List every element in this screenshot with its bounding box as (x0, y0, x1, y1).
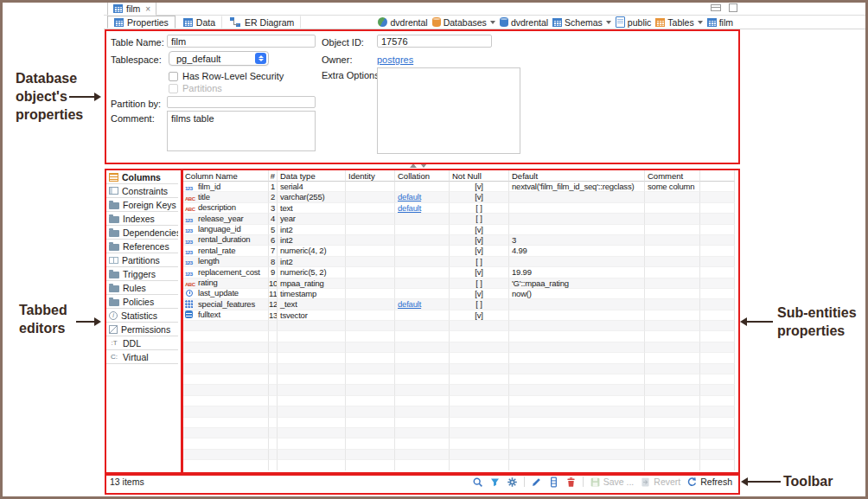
sidebar-item-permissions[interactable]: Permissions (106, 323, 178, 336)
cell-comment[interactable] (645, 214, 700, 224)
tab-properties[interactable]: Properties (107, 16, 176, 29)
cell-column-name[interactable]: special_features (182, 299, 269, 310)
cell-default[interactable]: now() (509, 289, 645, 299)
cell-default[interactable] (509, 214, 645, 224)
table-row-rental-duration[interactable]: rental_duration6int2[v]3 (182, 235, 735, 246)
cell-default[interactable]: 4.99 (509, 246, 645, 256)
cell-data-type[interactable]: numeric(5, 2) (278, 267, 346, 278)
cell-column-name[interactable]: replacement_cost (182, 267, 269, 278)
cell-not-null[interactable]: [ ] (450, 278, 509, 289)
toolbar-save-button[interactable]: Save ... (590, 477, 635, 488)
breadcrumb-public[interactable]: public (616, 16, 651, 28)
cell-collation[interactable] (395, 225, 450, 235)
cell-default[interactable]: 3 (509, 235, 645, 246)
cell-comment[interactable] (645, 267, 700, 278)
cell-data-type[interactable]: numeric(4, 2) (278, 246, 346, 256)
cell-not-null[interactable]: [ ] (450, 203, 509, 214)
cell-not-null[interactable]: [ ] (450, 299, 509, 310)
breadcrumb-tables[interactable]: Tables (655, 17, 702, 28)
cell-comment[interactable] (645, 203, 700, 214)
cell-collation[interactable] (395, 257, 450, 267)
cell-data-type[interactable]: _text (278, 299, 346, 310)
cell-data-type[interactable]: serial4 (278, 182, 346, 192)
cell-not-null[interactable]: [v] (450, 310, 509, 321)
cell-default[interactable] (509, 257, 645, 267)
toolbar-trash-button[interactable] (565, 477, 577, 488)
table-row-description[interactable]: description3textdefault[ ] (182, 203, 735, 214)
cell-identity[interactable] (346, 225, 395, 235)
header-empty[interactable] (700, 170, 735, 182)
sidebar-item-dependencies[interactable]: Dependencies (106, 226, 178, 240)
cell-identity[interactable] (346, 289, 395, 299)
breadcrumb-dvdrental[interactable]: dvdrental (500, 17, 548, 28)
cell-comment[interactable] (645, 310, 700, 321)
cell-identity[interactable] (346, 267, 395, 278)
chevron-down-icon[interactable] (490, 21, 495, 24)
cell-comment[interactable] (645, 278, 700, 289)
cell-data-type[interactable]: int2 (278, 225, 346, 235)
cell-not-null[interactable]: [ ] (450, 257, 509, 267)
cell-not-null[interactable]: [v] (450, 192, 509, 202)
cell-collation[interactable] (395, 278, 450, 289)
cell-collation[interactable] (395, 235, 450, 246)
toolbar-gear-button[interactable] (507, 477, 518, 488)
cell-data-type[interactable]: text (278, 203, 346, 214)
minimize-icon[interactable] (711, 4, 721, 11)
has-rls-checkbox[interactable] (169, 72, 178, 81)
cell-data-type[interactable]: int2 (278, 257, 346, 267)
cell-default[interactable]: nextval('film_film_id_seq'::regclass) (509, 182, 645, 192)
cell-collation[interactable] (395, 182, 450, 192)
cell-collation[interactable] (395, 246, 450, 256)
cell-comment[interactable] (645, 257, 700, 267)
cell-not-null[interactable]: [v] (450, 225, 509, 235)
editor-tab-film[interactable]: film × (107, 2, 156, 16)
sidebar-item-triggers[interactable]: Triggers (106, 267, 178, 281)
comment-textarea[interactable]: films table (167, 111, 316, 151)
cell-identity[interactable] (346, 203, 395, 214)
cell-collation[interactable]: default (395, 203, 450, 214)
cell-identity[interactable] (346, 310, 395, 321)
extra-options-box[interactable] (377, 67, 520, 154)
partition-by-input[interactable] (167, 96, 316, 108)
cell-collation[interactable]: default (395, 299, 450, 310)
header-comment[interactable]: Comment (645, 170, 700, 182)
maximize-icon[interactable] (729, 3, 737, 12)
cell-column-name[interactable]: language_id (182, 225, 269, 235)
sidebar-item-partitions[interactable]: Partitions (106, 253, 178, 267)
collation-link[interactable]: default (398, 192, 421, 202)
cell-comment[interactable] (645, 289, 700, 299)
toolbar-pencil-button[interactable] (531, 477, 542, 488)
cell-not-null[interactable]: [v] (450, 267, 509, 278)
sidebar-item-virtual[interactable]: C:Virtual (106, 350, 178, 364)
header-not-null[interactable]: Not Null (450, 170, 509, 182)
cell-default[interactable] (509, 192, 645, 202)
cell-column-name[interactable]: description (182, 203, 269, 214)
table-row-rental-rate[interactable]: rental_rate7numeric(4, 2)[v]4.99 (182, 246, 735, 256)
breadcrumb-schemas[interactable]: Schemas (552, 17, 611, 28)
chevron-down-icon[interactable] (698, 21, 703, 24)
cell-default[interactable] (509, 203, 645, 214)
cell-data-type[interactable]: mpaa_rating (278, 278, 346, 289)
sidebar-item-policies[interactable]: Policies (106, 295, 178, 309)
table-row-length[interactable]: length8int2[ ] (182, 257, 735, 267)
table-row-fulltext[interactable]: fulltext13tsvector[v] (182, 310, 735, 321)
cell-column-name[interactable]: film_id (182, 182, 269, 192)
cell-data-type[interactable]: varchar(255) (278, 192, 346, 202)
sidebar-item-ddl[interactable]: :TDDL (106, 336, 178, 350)
cell-data-type[interactable]: tsvector (278, 310, 346, 321)
cell-collation[interactable] (395, 267, 450, 278)
toolbar-search-button[interactable] (472, 477, 483, 488)
sidebar-item-constraints[interactable]: Constraints (106, 184, 178, 198)
cell-identity[interactable] (346, 246, 395, 256)
table-row-rating[interactable]: rating10mpaa_rating[ ]'G'::mpaa_rating (182, 278, 735, 289)
cell-comment[interactable] (645, 299, 700, 310)
header-collation[interactable]: Collation (395, 170, 450, 182)
header-identity[interactable]: Identity (346, 170, 395, 182)
cell-not-null[interactable]: [v] (450, 182, 509, 192)
cell-collation[interactable]: default (395, 192, 450, 202)
table-row-title[interactable]: title2varchar(255)default[v] (182, 192, 735, 202)
table-row-special-features[interactable]: special_features12_textdefault[ ] (182, 299, 735, 310)
cell-identity[interactable] (346, 182, 395, 192)
cell-comment[interactable] (645, 235, 700, 246)
collapse-up-icon[interactable] (410, 163, 417, 168)
